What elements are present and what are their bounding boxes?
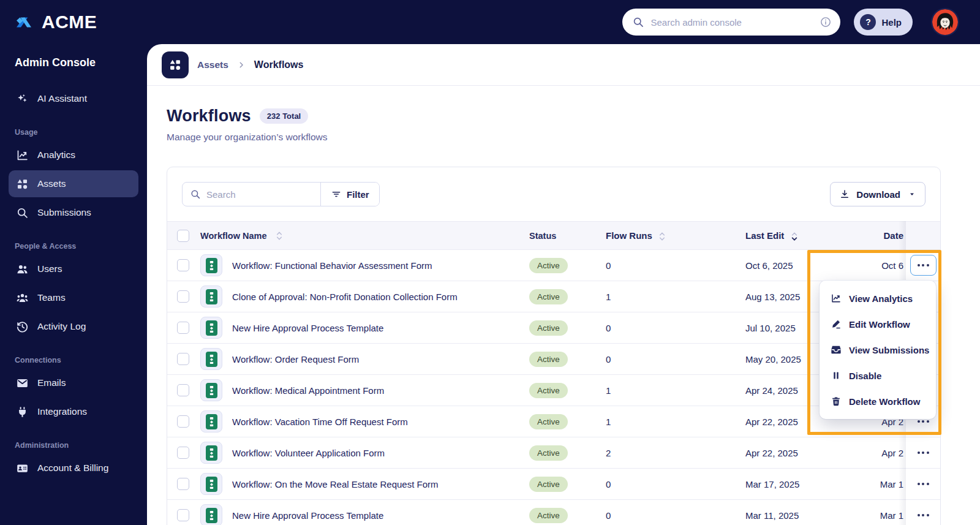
workflow-name-link[interactable]: Workflow: Order Request Form (232, 354, 529, 364)
table-row: Workflow: On the Move Real Estate Reques… (167, 468, 940, 499)
row-checkbox[interactable] (177, 478, 189, 490)
sidebar-item-submissions[interactable]: Submissions (9, 199, 138, 226)
row-actions-button[interactable] (911, 477, 935, 491)
search-icon (190, 189, 201, 200)
table-search-filter: Filter (182, 182, 380, 206)
search-icon (632, 16, 644, 28)
row-checkbox[interactable] (177, 509, 189, 521)
breadcrumb-current: Workflows (254, 59, 304, 70)
row-checkbox[interactable] (177, 353, 189, 365)
table-header-row: Workflow Name Status Flow Runs Last Edit (167, 221, 940, 249)
view-submissions-icon (831, 344, 842, 355)
sidebar-item-activity-log[interactable]: Activity Log (9, 313, 138, 340)
workflow-file-icon (200, 254, 222, 276)
user-avatar[interactable] (931, 8, 959, 36)
flow-runs-value: 0 (606, 354, 745, 364)
menu-item-view-submissions[interactable]: View Submissions (820, 337, 936, 363)
status-badge: Active (529, 258, 568, 273)
row-checkbox[interactable] (177, 290, 189, 303)
column-flow-runs[interactable]: Flow Runs (606, 230, 745, 241)
brand-logo: ACME (15, 12, 97, 32)
status-badge: Active (529, 289, 568, 304)
menu-item-disable[interactable]: Disable (820, 363, 936, 388)
column-date[interactable]: Date (851, 230, 906, 241)
menu-item-delete-workflow[interactable]: Delete Workflow (820, 388, 936, 414)
ai-assistant-icon (16, 93, 29, 105)
sidebar-item-users[interactable]: Users (9, 255, 138, 282)
total-count-badge: 232 Total (260, 108, 308, 124)
download-icon (839, 189, 850, 200)
row-checkbox[interactable] (177, 259, 189, 271)
date-value: Mar 1 (851, 479, 906, 489)
menu-item-edit-workflow[interactable]: Edit Workflow (820, 311, 936, 337)
select-all-checkbox[interactable] (177, 230, 189, 242)
row-actions-button[interactable] (911, 508, 935, 523)
table-row: New Hire Approval Process TemplateActive… (167, 499, 940, 525)
last-edit-value: Apr 22, 2025 (745, 448, 851, 458)
download-button[interactable]: Download (830, 182, 925, 206)
breadcrumb: Assets Workflows (147, 44, 980, 86)
column-last-edit[interactable]: Last Edit (745, 230, 851, 241)
sidebar-section-label: People & Access (0, 242, 147, 251)
page-title: Workflows (167, 107, 251, 126)
workflow-name-link[interactable]: Workflow: Volunteer Application Form (232, 448, 529, 458)
menu-item-label: Edit Workflow (849, 319, 910, 330)
date-value: Apr 2 (851, 448, 906, 458)
column-status: Status (529, 231, 606, 241)
sidebar-item-label: Users (37, 263, 62, 274)
sidebar-item-label: Emails (37, 377, 66, 388)
workflow-name-link[interactable]: New Hire Approval Process Template (232, 323, 529, 333)
filter-button[interactable]: Filter (320, 183, 379, 206)
row-checkbox[interactable] (177, 447, 189, 459)
sidebar-item-label: Analytics (37, 149, 75, 161)
sidebar-item-emails[interactable]: Emails (9, 369, 138, 396)
sort-icon (659, 232, 665, 241)
delete-workflow-icon (831, 396, 842, 407)
row-checkbox[interactable] (177, 415, 189, 428)
workflow-name-link[interactable]: Workflow: On the Move Real Estate Reques… (232, 479, 529, 489)
help-label: Help (881, 17, 902, 28)
row-actions-button[interactable] (910, 255, 937, 276)
workflow-name-link[interactable]: Clone of Approval: Non-Profit Donation C… (232, 292, 529, 302)
status-badge: Active (529, 477, 568, 492)
sidebar-item-account-billing[interactable]: Account & Billing (9, 455, 138, 482)
row-checkbox[interactable] (177, 322, 189, 334)
table-search-input[interactable] (206, 189, 298, 200)
workflow-file-icon (200, 285, 222, 308)
sidebar-item-integrations[interactable]: Integrations (9, 398, 138, 425)
menu-item-label: View Analytics (849, 293, 913, 304)
column-workflow-name[interactable]: Workflow Name (200, 231, 529, 241)
sidebar-item-ai-assistant[interactable]: AI Assistant (9, 85, 138, 112)
workflow-name-link[interactable]: New Hire Approval Process Template (232, 510, 529, 521)
workflow-name-link[interactable]: Workflow: Vacation Time Off Request Form (232, 417, 529, 427)
status-badge: Active (529, 352, 568, 367)
page-subtitle: Manage your organization’s workflows (167, 132, 960, 143)
emails-icon (16, 377, 29, 390)
edit-workflow-icon (831, 319, 842, 330)
sidebar-item-assets[interactable]: Assets (9, 170, 138, 197)
sidebar-section-label: Administration (0, 441, 147, 450)
status-badge: Active (529, 414, 568, 429)
sidebar-section-label: Connections (0, 356, 147, 364)
flow-runs-value: 0 (606, 510, 745, 521)
brand-name: ACME (42, 12, 97, 32)
download-label: Download (856, 189, 900, 200)
workflow-file-icon (200, 442, 222, 464)
workflow-file-icon (200, 504, 222, 525)
sidebar-item-label: Integrations (37, 406, 87, 417)
workflow-name-link[interactable]: Workflow: Functional Behavior Assessment… (232, 260, 529, 271)
admin-search-input[interactable] (650, 17, 813, 28)
users-icon (16, 263, 29, 276)
row-actions-button[interactable] (911, 445, 935, 460)
row-checkbox[interactable] (177, 384, 189, 396)
menu-item-view-analytics[interactable]: View Analytics (820, 285, 936, 311)
sort-desc-icon (791, 232, 797, 241)
breadcrumb-assets-link[interactable]: Assets (197, 59, 228, 70)
info-icon[interactable] (820, 16, 832, 28)
sidebar-item-teams[interactable]: Teams (9, 284, 138, 311)
sidebar-item-analytics[interactable]: Analytics (9, 142, 138, 168)
help-button[interactable]: ? Help (854, 9, 913, 36)
workflow-name-link[interactable]: Workflow: Medical Appointment Form (232, 385, 529, 396)
sidebar-section-label: Usage (0, 128, 147, 137)
status-badge: Active (529, 383, 568, 398)
